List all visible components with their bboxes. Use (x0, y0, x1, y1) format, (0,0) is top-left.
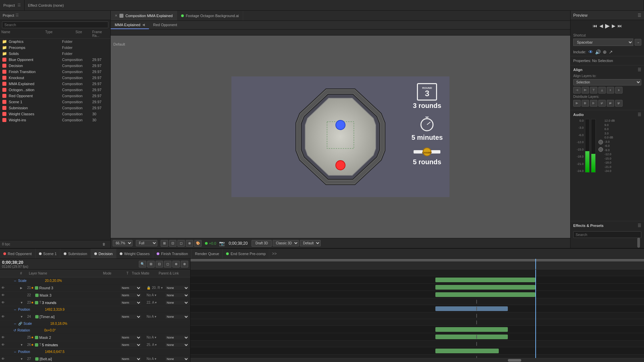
dist-center-h-btn[interactable]: ⊪ (582, 100, 589, 107)
effects-search-input[interactable] (573, 231, 641, 238)
tracks-scrollbar[interactable] (191, 358, 644, 362)
align-center-h-btn[interactable]: ⊢ (582, 87, 589, 94)
layer-row-25[interactable]: 👁 25 ★ Mask 2 Norm No A ▾ None (0, 334, 190, 341)
mode-24[interactable]: Norm (120, 315, 141, 319)
align-to-dropdown[interactable]: Selection Layer Composition (573, 79, 641, 85)
matte-24[interactable]: None (165, 315, 189, 319)
expand-23[interactable]: ▼ (20, 301, 23, 304)
project-item-precomps[interactable]: 📁 Precomps Folder (0, 45, 110, 51)
layer-row-21[interactable]: 👁 ▶ 21 ★ Round 3 Norm 🔒 20. R ▾ None (0, 284, 190, 292)
project-item-red-opponent[interactable]: Red Opponent Composition 29.97 (0, 93, 110, 99)
effects-menu-icon[interactable]: ☰ (638, 223, 641, 228)
layer-row-22[interactable]: 👁 22 Mask 3 Norm No A ▾ None (0, 292, 190, 299)
dist-bottom-btn[interactable]: ⊮ (615, 100, 623, 107)
vis-22[interactable]: 👁 (1, 293, 6, 297)
align-bottom-btn[interactable]: ⊧ (615, 87, 623, 94)
vis-26[interactable]: 👁 (1, 343, 6, 347)
align-top-btn[interactable]: ⊥ (598, 87, 606, 94)
mode-23[interactable]: Norm (120, 301, 141, 305)
more-tabs-btn[interactable]: >> (269, 251, 279, 256)
renderer-dropdown[interactable]: Classic 3D (273, 240, 299, 246)
tool-btn-4[interactable]: ⊗ (172, 261, 180, 267)
mode-21[interactable]: Norm (120, 286, 141, 290)
layer-row-23[interactable]: 👁 ▼ 23 ★ T 3 rounds Norm 22. A ▾ None (0, 299, 190, 306)
view-dropdown[interactable]: Default (300, 240, 321, 246)
camera-icon[interactable]: 📷 (219, 241, 225, 246)
tool-btn-3[interactable]: ◻ (164, 261, 171, 267)
green-bar-22[interactable] (435, 285, 535, 290)
layer-row-26[interactable]: 👁 ▼ 26 ★ T 5 minutes Norm 25. A ▾ None (0, 341, 190, 349)
overlay-include-icon[interactable]: ⊕ (603, 49, 607, 55)
expand-24[interactable]: ▼ (20, 315, 23, 318)
align-right-btn[interactable]: ⊤ (590, 87, 597, 94)
timeline-tab-end-scene[interactable]: End Scene Pre-comp (223, 249, 269, 258)
green-bar-21[interactable] (435, 278, 535, 282)
green-bar-25[interactable] (435, 327, 508, 332)
timeline-tab-render[interactable]: Render Queue (192, 249, 223, 258)
mode-26[interactable]: Norm (120, 343, 141, 347)
matte-22[interactable]: None (165, 293, 189, 297)
work-area-bar[interactable] (191, 259, 644, 261)
project-item-scene-1[interactable]: Scene 1 Composition 29.97 (0, 99, 110, 105)
green-bar-26[interactable] (435, 335, 508, 339)
project-search-input[interactable] (2, 21, 108, 28)
preview-menu-icon[interactable]: ☰ (638, 13, 641, 18)
project-item-blue-opponent[interactable]: Blue Opponent Composition 29.97 (0, 57, 110, 63)
play-btn[interactable]: ▶ (605, 22, 610, 29)
view-btn-1[interactable]: ⊞ (161, 240, 168, 247)
vis-23[interactable]: 👁 (1, 301, 6, 304)
dist-right-btn[interactable]: ⊩ (590, 100, 597, 107)
viewer-tab-red[interactable]: Red Opponent (149, 21, 181, 29)
vis-24[interactable]: 👁 (1, 315, 6, 318)
view-btn-4[interactable]: ⊗ (186, 240, 193, 247)
view-btn-3[interactable]: ◻ (177, 240, 185, 247)
expand-27[interactable]: ▼ (20, 357, 23, 361)
prev-frame-btn[interactable]: ◀ (599, 23, 603, 28)
mode-22[interactable]: Norm (120, 293, 141, 297)
tool-btn-5[interactable]: ⊕ (181, 261, 188, 267)
mode-27[interactable]: Norm (120, 357, 141, 361)
project-item-octogon...sition[interactable]: Octogon...sition Composition 29.97 (0, 87, 110, 93)
project-item-solids[interactable]: 📁 Solids Folder (0, 51, 110, 57)
project-item-submission[interactable]: Submission Composition 29.97 (0, 105, 110, 111)
layer-row-27[interactable]: 👁 ▼ 27 [Belt.ai] Norm No A ▾ None (0, 355, 190, 362)
timeline-tab-finish[interactable]: Finish Transition (153, 249, 192, 258)
tool-btn-2[interactable]: ⊡ (156, 261, 163, 267)
timeline-tab-decision[interactable]: Decision (91, 249, 116, 258)
matte-27[interactable]: None (165, 357, 189, 361)
vis-27[interactable]: 👁 (1, 357, 6, 361)
dist-center-v-btn[interactable]: ⊭ (607, 100, 614, 107)
dist-top-btn[interactable]: ⊬ (598, 100, 606, 107)
viewer-tab-mma[interactable]: MMA Explained ◀ (111, 21, 149, 29)
right-channel-knob[interactable] (598, 147, 603, 152)
matte-26[interactable]: None (165, 343, 189, 347)
export-include-icon[interactable]: ↗ (609, 49, 613, 55)
project-item-mma-explained[interactable]: MMA Explained Composition 29.97 (0, 81, 110, 87)
align-menu-icon[interactable]: ☰ (638, 67, 641, 72)
draft-3d-btn[interactable]: Draft 3D (252, 240, 272, 247)
green-bar-23[interactable] (435, 292, 535, 297)
search-layers-btn[interactable]: 🔍 (139, 261, 146, 267)
audio-menu-icon[interactable]: ☰ (638, 112, 641, 117)
audio-include-icon[interactable]: 🔊 (595, 49, 601, 55)
tracks-scrollbar-thumb[interactable] (508, 359, 521, 362)
project-item-finish-transition[interactable]: Finish Transition Composition 29.97 (0, 69, 110, 75)
project-item-weight-classes[interactable]: Weight Classes Composition 30 (0, 111, 110, 117)
comp-tab-footage[interactable]: Footage Octagon Background.ai (177, 11, 243, 20)
green-bar-24[interactable] (435, 306, 508, 311)
timeline-tab-red-opponent[interactable]: Red Opponent (0, 249, 36, 258)
next-frame-btn[interactable]: ▶ (612, 23, 615, 28)
matte-21[interactable]: None (165, 286, 189, 290)
trash-icon[interactable]: 🗑 (102, 242, 106, 246)
timeline-tab-submission[interactable]: Submission (60, 249, 91, 258)
tool-btn-1[interactable]: ⊞ (147, 261, 155, 267)
project-item-decision[interactable]: Decision Composition 29.97 (0, 63, 110, 69)
dist-left-btn[interactable]: ⊫ (573, 100, 581, 107)
skip-to-start-btn[interactable]: ⏮ (593, 23, 597, 28)
timeline-tab-scene1[interactable]: Scene 1 (36, 249, 60, 258)
vis-25[interactable]: 👁 (1, 336, 6, 339)
green-bar-27[interactable] (435, 349, 499, 353)
view-btn-2[interactable]: ⊡ (169, 240, 176, 247)
expand-26[interactable]: ▼ (20, 343, 23, 347)
left-channel-knob[interactable] (598, 140, 603, 144)
